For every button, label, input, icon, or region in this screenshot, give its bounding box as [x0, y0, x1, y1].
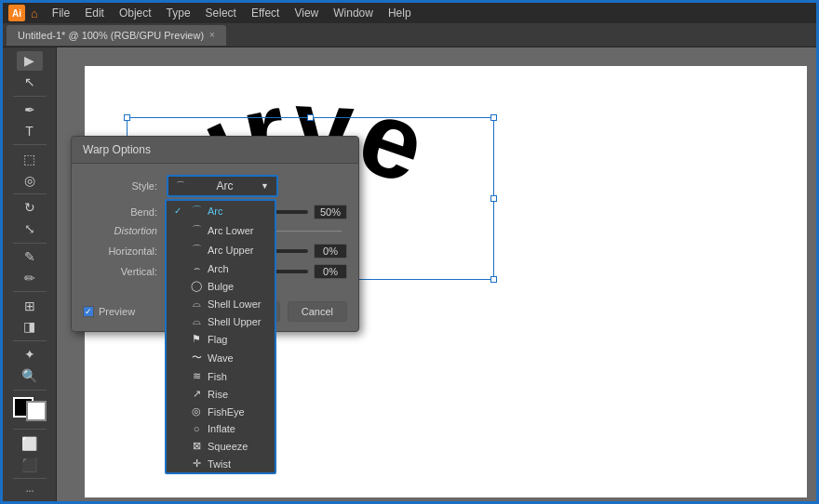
preview-label: Preview [99, 306, 135, 317]
tool-divider-6 [13, 340, 47, 341]
tool-divider-9 [13, 478, 47, 479]
dropdown-item-label: Rise [208, 389, 228, 400]
color-swatches[interactable] [13, 397, 47, 421]
dropdown-item-arc[interactable]: ✓ ⌒ Arc [167, 201, 275, 220]
tool-divider-1 [13, 96, 47, 97]
draw-mode-normal[interactable]: ⬜ [17, 433, 43, 453]
main-area: ▶ ↖ ✒ T ⬚ ◎ ↻ ⤡ ✎ ✏ ⊞ ◨ ✦ 🔍 ⬜ ⬛ ··· [3, 47, 816, 504]
bend-label: Bend: [83, 206, 167, 218]
dropdown-item-label: Inflate [208, 423, 235, 434]
warp-dialog: Warp Options Style: ⌒ Arc ▼ [71, 136, 359, 332]
distortion-label: Distortion [83, 225, 167, 236]
shell-upper-icon: ⌓ [190, 315, 203, 327]
horizontal-value[interactable]: 0% [314, 244, 347, 259]
dropdown-item-inflate[interactable]: ○ Inflate [167, 420, 275, 437]
preview-checkbox-row: ✓ Preview [83, 306, 135, 317]
background-color[interactable] [26, 401, 47, 421]
fisheye-icon: ◎ [190, 405, 203, 418]
dropdown-item-rise[interactable]: ↗ Rise [167, 385, 275, 403]
wave-icon: 〜 [190, 351, 203, 365]
tool-divider-2 [13, 144, 47, 145]
vertical-value[interactable]: 0% [314, 264, 347, 279]
pencil-tool[interactable]: ✏ [17, 268, 43, 287]
dropdown-item-squeeze[interactable]: ⊠ Squeeze [167, 437, 275, 455]
horizontal-label: Horizontal: [83, 245, 167, 257]
arc-icon: ⌒ [176, 179, 185, 192]
dropdown-item-shell-upper[interactable]: ⌓ Shell Upper [167, 312, 275, 330]
dropdown-item-bulge[interactable]: ◯ Bulge [167, 277, 275, 295]
menu-bar: Ai ⌂ File Edit Object Type Select Effect… [3, 3, 816, 23]
menu-select[interactable]: Select [199, 5, 243, 21]
dropdown-item-fish[interactable]: ≋ Fish [167, 367, 275, 385]
menu-help[interactable]: Help [382, 5, 418, 21]
tab-bar: Untitled-1* @ 100% (RGB/GPU Preview) × [3, 23, 816, 47]
twist-icon: ✛ [190, 458, 203, 470]
style-dropdown-container: ⌒ Arc ▼ ✓ ⌒ Arc [167, 175, 278, 197]
draw-mode-back[interactable]: ⬛ [17, 455, 43, 474]
gradient-tool[interactable]: ◨ [17, 317, 43, 337]
dropdown-item-arc-upper[interactable]: ⌒ Arc Upper [167, 240, 275, 259]
menu-window[interactable]: Window [327, 5, 380, 21]
tab-title: Untitled-1* @ 100% (RGB/GPU Preview) [18, 30, 204, 41]
measure-tool[interactable]: 🔍 [17, 366, 43, 386]
menu-view[interactable]: View [288, 5, 325, 21]
home-icon[interactable]: ⌂ [31, 7, 38, 20]
dropdown-item-label: Arc [208, 206, 223, 217]
menu-effect[interactable]: Effect [245, 5, 286, 21]
select-tool[interactable]: ▶ [17, 51, 43, 71]
style-label: Style: [83, 180, 167, 192]
dropdown-item-label: Arch [208, 263, 229, 274]
arc-lower-icon: ⌒ [190, 223, 203, 237]
bottom-tools: ··· [25, 483, 34, 503]
tab-close-button[interactable]: × [209, 30, 215, 40]
dropdown-item-shell-lower[interactable]: ⌓ Shell Lower [167, 295, 275, 312]
scale-tool[interactable]: ⤡ [17, 219, 43, 239]
tool-divider-5 [13, 291, 47, 292]
preview-checkbox[interactable]: ✓ [83, 306, 94, 317]
dropdown-item-label: Shell Lower [208, 298, 261, 310]
paintbrush-tool[interactable]: ✎ [17, 247, 43, 267]
style-select[interactable]: ⌒ Arc ▼ [167, 175, 278, 197]
dialog-body: Style: ⌒ Arc ▼ ✓ ⌒ Arc [72, 164, 358, 296]
dropdown-item-label: Arc Upper [208, 245, 254, 256]
dropdown-item-arc-lower[interactable]: ⌒ Arc Lower [167, 220, 275, 240]
style-dropdown-menu[interactable]: ✓ ⌒ Arc ⌒ Arc Lower ⌒ [165, 199, 276, 474]
check-icon: ✓ [174, 206, 185, 216]
rotate-tool[interactable]: ↻ [17, 198, 43, 218]
dropdown-item-label: Arc Lower [208, 225, 254, 236]
app-icon: Ai [8, 5, 25, 21]
dialog-title: Warp Options [72, 137, 358, 164]
dropdown-item-fisheye[interactable]: ◎ FishEye [167, 403, 275, 420]
dropdown-item-twist[interactable]: ✛ Twist [167, 455, 275, 472]
more-tools-icon[interactable]: ··· [25, 483, 34, 497]
menu-edit[interactable]: Edit [78, 5, 111, 21]
cancel-button[interactable]: Cancel [288, 301, 347, 322]
tool-divider-4 [13, 243, 47, 244]
dropdown-item-wave[interactable]: 〜 Wave [167, 348, 275, 367]
canvas-area[interactable]: Curve Warp Options Sty [57, 47, 816, 504]
menu-file[interactable]: File [46, 5, 76, 21]
dropdown-item-label: Bulge [208, 281, 234, 292]
text-tool[interactable]: T [17, 122, 43, 141]
document-tab[interactable]: Untitled-1* @ 100% (RGB/GPU Preview) × [7, 25, 226, 46]
dropdown-item-arch[interactable]: ⌢ Arch [167, 259, 275, 277]
eyedropper-tool[interactable]: ✦ [17, 345, 43, 365]
ellipse-tool[interactable]: ◎ [17, 170, 43, 190]
inflate-icon: ○ [190, 423, 203, 434]
direct-select-tool[interactable]: ↖ [17, 73, 43, 92]
blend-tool[interactable]: ⊞ [17, 296, 43, 315]
dropdown-item-label: Squeeze [208, 441, 248, 452]
menu-object[interactable]: Object [113, 5, 158, 21]
pen-tool[interactable]: ✒ [17, 100, 43, 120]
arc-upper-icon: ⌒ [190, 243, 203, 257]
shell-lower-icon: ⌓ [190, 298, 203, 310]
menu-type[interactable]: Type [160, 5, 197, 21]
dropdown-item-label: FishEye [208, 406, 245, 418]
style-row: Style: ⌒ Arc ▼ ✓ ⌒ Arc [83, 175, 347, 197]
dropdown-item-flag[interactable]: ⚑ Flag [167, 330, 275, 348]
arch-icon: ⌢ [190, 262, 203, 274]
bend-value[interactable]: 50% [314, 205, 347, 219]
dropdown-item-label: Flag [208, 334, 227, 345]
style-select-value: Arc [217, 179, 234, 192]
rectangle-tool[interactable]: ⬚ [17, 149, 43, 168]
